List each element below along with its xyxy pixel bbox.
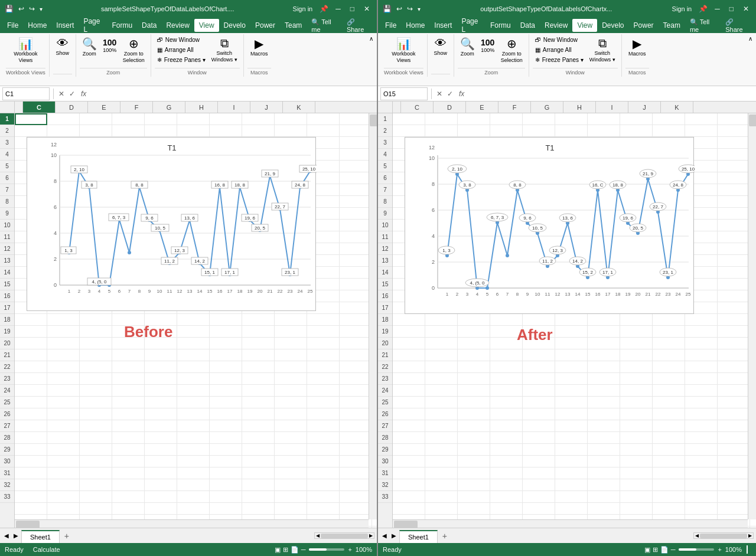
right-sheet-tab-1[interactable]: Sheet1 — [399, 530, 438, 543]
left-row-19[interactable]: 19 — [0, 326, 14, 338]
right-share[interactable]: 🔗 Share — [721, 16, 754, 35]
left-row-21[interactable]: 21 — [0, 349, 14, 361]
right-col-j[interactable]: J — [628, 102, 661, 113]
left-row-18[interactable]: 18 — [0, 314, 14, 326]
left-btn-zoom[interactable]: 🔍 Zoom — [80, 35, 99, 65]
left-status-page-view[interactable]: 📄 — [291, 546, 299, 554]
right-row-7[interactable]: 7 — [378, 184, 392, 196]
left-row-24[interactable]: 24 — [0, 385, 14, 397]
left-col-j[interactable]: J — [250, 102, 283, 113]
right-minimize-btn[interactable]: ─ — [712, 5, 722, 13]
left-row-32[interactable]: 32 — [0, 479, 14, 491]
right-row-24[interactable]: 24 — [378, 385, 392, 397]
right-menu-power[interactable]: Power — [629, 19, 659, 32]
left-btn-100[interactable]: 100 100% — [100, 35, 119, 65]
right-row-26[interactable]: 26 — [378, 408, 392, 420]
right-close-btn[interactable]: ✕ — [741, 5, 751, 13]
left-quick-access[interactable]: ▾ — [40, 6, 43, 12]
right-col-c[interactable]: C — [401, 102, 434, 113]
right-btn-new-window[interactable]: 🗗New Window — [533, 35, 586, 44]
left-hscrollbar[interactable] — [15, 519, 369, 528]
left-tell-me[interactable]: 🔍 Tell me — [307, 16, 342, 35]
left-pin-icon[interactable]: 📌 — [320, 5, 328, 13]
left-row-6[interactable]: 6 — [0, 172, 14, 184]
left-sheet-scrollbar[interactable]: ◀ ▶ — [314, 532, 374, 539]
left-menu-data[interactable]: Data — [137, 19, 161, 32]
left-ribbon-collapse[interactable]: ∧ — [368, 34, 374, 43]
right-col-g[interactable]: G — [531, 102, 563, 113]
left-tab-prev2[interactable]: ▶ — [12, 532, 20, 539]
right-hscrollbar[interactable] — [393, 519, 748, 528]
left-row-25[interactable]: 25 — [0, 397, 14, 408]
left-vscrollbar[interactable] — [369, 113, 377, 519]
left-row-29[interactable]: 29 — [0, 444, 14, 456]
right-vscrollbar[interactable] — [748, 113, 756, 519]
right-row-13[interactable]: 13 — [378, 255, 392, 267]
left-selected-cell[interactable] — [15, 113, 47, 125]
left-row-26[interactable]: 26 — [0, 408, 14, 420]
right-row-14[interactable]: 14 — [378, 267, 392, 279]
left-close-btn[interactable]: ✕ — [361, 5, 372, 13]
left-row-31[interactable]: 31 — [0, 467, 14, 479]
right-zoom-slider[interactable] — [679, 548, 714, 551]
right-row-10[interactable]: 10 — [378, 220, 392, 231]
left-col-c[interactable]: C — [23, 102, 56, 113]
left-row-20[interactable]: 20 — [0, 338, 14, 349]
left-status-zoom-in[interactable]: + — [348, 546, 351, 553]
left-status-pagebreak-view[interactable]: ⊞ — [283, 546, 288, 554]
right-row-6[interactable]: 6 — [378, 172, 392, 184]
left-row-9[interactable]: 9 — [0, 208, 14, 220]
right-menu-home[interactable]: Home — [401, 19, 429, 32]
left-menu-review[interactable]: Review — [161, 19, 194, 32]
left-row-23[interactable]: 23 — [0, 373, 14, 385]
left-btn-switch-windows[interactable]: ⧉ SwitchWindows ▾ — [209, 35, 240, 64]
right-sheet-scrollbar[interactable]: ◀ ▶ — [693, 532, 754, 539]
left-row-16[interactable]: 16 — [0, 290, 14, 302]
left-maximize-btn[interactable]: □ — [348, 5, 357, 13]
left-row-2[interactable]: 2 — [0, 125, 14, 137]
left-cancel-btn[interactable]: ✕ — [57, 90, 66, 98]
right-row-18[interactable]: 18 — [378, 314, 392, 326]
right-btn-arrange-all[interactable]: ▦Arrange All — [533, 45, 586, 54]
left-row-7[interactable]: 7 — [0, 184, 14, 196]
left-btn-workbook-views[interactable]: 📊 WorkbookViews — [11, 35, 40, 65]
right-undo-icon[interactable]: ↩ — [396, 5, 402, 13]
right-pin-icon[interactable]: 📌 — [699, 5, 708, 13]
right-menu-data[interactable]: Data — [516, 19, 540, 32]
left-row-5[interactable]: 5 — [0, 161, 14, 172]
left-menu-view[interactable]: View — [194, 19, 219, 32]
right-row-33[interactable]: 33 — [378, 491, 392, 503]
right-btn-zoom[interactable]: 🔍 Zoom — [458, 35, 477, 65]
left-row-33[interactable]: 33 — [0, 491, 14, 503]
right-menu-review[interactable]: Review — [540, 19, 572, 32]
right-confirm-btn[interactable]: ✓ — [446, 90, 454, 98]
left-zoom-slider[interactable] — [309, 548, 344, 551]
right-btn-switch-windows[interactable]: ⧉ SwitchWindows ▾ — [587, 35, 618, 64]
right-btn-workbook-views[interactable]: 📊 WorkbookViews — [389, 35, 418, 65]
left-row-8[interactable]: 8 — [0, 196, 14, 208]
left-row-30[interactable]: 30 — [0, 456, 14, 467]
right-status-zoom-in[interactable]: + — [718, 546, 721, 553]
right-status-normal-view[interactable]: ▣ — [644, 546, 650, 554]
left-btn-show[interactable]: 👁 Show — [53, 35, 72, 57]
left-menu-developer[interactable]: Develo — [219, 19, 250, 32]
right-ribbon-collapse[interactable]: ∧ — [747, 34, 754, 43]
right-btn-macros[interactable]: ▶ Macros — [625, 35, 649, 58]
left-row-27[interactable]: 27 — [0, 420, 14, 432]
right-menu-formulas[interactable]: Formu — [485, 19, 516, 32]
left-menu-file[interactable]: File — [2, 19, 23, 32]
left-row-17[interactable]: 17 — [0, 302, 14, 314]
right-btn-zoom-selection[interactable]: ⊕ Zoom toSelection — [498, 35, 525, 65]
left-col-i[interactable]: I — [218, 102, 250, 113]
left-col-h[interactable]: H — [185, 102, 218, 113]
right-col-i[interactable]: I — [596, 102, 628, 113]
right-row-17[interactable]: 17 — [378, 302, 392, 314]
left-row-15[interactable]: 15 — [0, 279, 14, 290]
left-sheet-tab-1[interactable]: Sheet1 — [21, 530, 60, 543]
right-row-2[interactable]: 2 — [378, 125, 392, 137]
right-row-15[interactable]: 15 — [378, 279, 392, 290]
right-status-page-view[interactable]: 📄 — [660, 546, 669, 554]
right-row-3[interactable]: 3 — [378, 137, 392, 149]
right-row-4[interactable]: 4 — [378, 149, 392, 161]
right-quick-access[interactable]: ▾ — [418, 6, 421, 12]
